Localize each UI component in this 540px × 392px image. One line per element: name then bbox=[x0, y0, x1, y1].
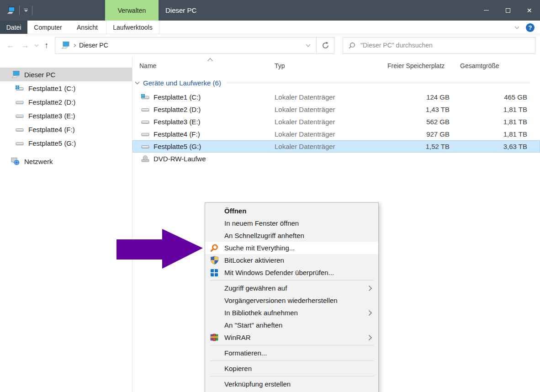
refresh-button[interactable] bbox=[316, 37, 334, 53]
sidebar-item-netzwerk[interactable]: Netzwerk bbox=[0, 154, 132, 168]
nav-buttons: ← → ↑ bbox=[0, 41, 55, 49]
group-divider bbox=[227, 83, 530, 83]
menu-item-label: BitLocker aktivieren bbox=[224, 256, 284, 264]
bitlocker-icon bbox=[210, 256, 219, 265]
table-row[interactable]: DVD-RW-Laufwe bbox=[132, 153, 540, 165]
menu-item-suche-mit-everything[interactable]: Suche mit Everything... bbox=[205, 242, 378, 254]
menu-item-label: Suche mit Everything... bbox=[224, 244, 295, 252]
sidebar-item-festplatte5-g-[interactable]: Festplatte5 (G:) bbox=[0, 136, 132, 150]
group-header[interactable]: Geräte und Laufwerke (6) bbox=[136, 77, 530, 88]
column-header-name[interactable]: Name bbox=[132, 62, 267, 73]
navigation-bar: ← → ↑ Dieser PC bbox=[0, 34, 540, 56]
menu-item-in-neuem-fenster-ffnen[interactable]: In neuem Fenster öffnen bbox=[205, 217, 378, 229]
sidebar-item-festplatte3-e-[interactable]: Festplatte3 (E:) bbox=[0, 109, 132, 122]
menu-item-formatieren[interactable]: Formatieren... bbox=[205, 347, 378, 359]
drive-icon bbox=[16, 127, 24, 132]
sidebar-item-label: Dieser PC bbox=[24, 71, 55, 79]
network-icon bbox=[11, 158, 20, 165]
pc-icon bbox=[11, 71, 20, 78]
menu-item-vorg-ngerversionen-wiederherstellen[interactable]: Vorgängerversionen wiederherstellen bbox=[205, 294, 378, 307]
column-header-typ[interactable]: Typ bbox=[267, 62, 384, 73]
column-header-gesamtgroesse[interactable]: Gesamtgröße bbox=[455, 62, 530, 73]
column-headers: Name Typ Freier Speicherplatz Gesamtgröß… bbox=[132, 57, 540, 73]
table-row[interactable]: Festplatte3 (E:)Lokaler Datenträger562 G… bbox=[132, 116, 540, 128]
menu-item-umbenennen[interactable]: Umbenennen bbox=[205, 390, 378, 392]
forward-button[interactable]: → bbox=[21, 41, 29, 49]
tab-ansicht[interactable]: Ansicht bbox=[69, 21, 106, 34]
drive-win-icon bbox=[141, 94, 149, 100]
search-input[interactable] bbox=[360, 42, 529, 49]
drive-type: Lokaler Datenträger bbox=[267, 130, 384, 138]
address-dropdown-chevron-icon[interactable] bbox=[306, 42, 311, 47]
breadcrumb-chevron-icon[interactable] bbox=[73, 43, 76, 47]
address-bar[interactable]: Dieser PC bbox=[55, 37, 334, 54]
sidebar-item-festplatte2-d-[interactable]: Festplatte2 (D:) bbox=[0, 95, 132, 109]
table-row[interactable]: Festplatte2 (D:)Lokaler Datenträger1,43 … bbox=[132, 103, 540, 116]
tab-laufwerktools[interactable]: Laufwerktools bbox=[106, 21, 159, 34]
sidebar-item-festplatte4-f-[interactable]: Festplatte4 (F:) bbox=[0, 122, 132, 136]
drive-total-size: 1,81 TB bbox=[455, 130, 530, 138]
menu-item-verkn-pfung-erstellen[interactable]: Verknüpfung erstellen bbox=[205, 378, 378, 390]
search-box[interactable] bbox=[343, 37, 535, 54]
menu-item-an-schnellzugriff-anheften[interactable]: An Schnellzugriff anheften bbox=[205, 229, 378, 242]
window-title: Dieser PC bbox=[165, 0, 196, 21]
collapse-group-chevron-icon[interactable] bbox=[135, 80, 140, 85]
up-button[interactable]: ↑ bbox=[44, 41, 48, 49]
maximize-button[interactable] bbox=[497, 0, 519, 21]
drive-total-size: 1,81 TB bbox=[455, 106, 530, 113]
menu-item-label: Mit Windows Defender überprüfen... bbox=[224, 269, 334, 276]
drive-free-space: 124 GB bbox=[384, 93, 455, 101]
minimize-button[interactable] bbox=[476, 0, 497, 21]
winrar-icon bbox=[210, 334, 219, 341]
drive-type: Lokaler Datenträger bbox=[267, 93, 384, 101]
close-button[interactable]: ✕ bbox=[519, 0, 540, 21]
group-label: Geräte und Laufwerke (6) bbox=[143, 79, 221, 87]
drive-total-size: 1,81 TB bbox=[455, 118, 530, 126]
drive-icon bbox=[141, 143, 149, 149]
drive-free-space: 927 GB bbox=[384, 130, 455, 138]
table-row[interactable]: Festplatte4 (F:)Lokaler Datenträger927 G… bbox=[132, 128, 540, 140]
menu-item-kopieren[interactable]: Kopieren bbox=[205, 362, 378, 375]
breadcrumb[interactable]: Dieser PC bbox=[55, 37, 316, 53]
sidebar-item-dieser-pc[interactable]: Dieser PC bbox=[0, 68, 132, 81]
sidebar-item-label: Festplatte1 (C:) bbox=[28, 85, 75, 92]
menu-item-ffnen[interactable]: Öffnen bbox=[205, 205, 378, 217]
column-header-freier-speicherplatz[interactable]: Freier Speicherplatz bbox=[384, 62, 455, 73]
drive-icon bbox=[141, 131, 149, 137]
recent-locations-chevron-icon[interactable] bbox=[35, 42, 38, 46]
sidebar-item-label: Festplatte5 (G:) bbox=[28, 139, 76, 147]
dvd-icon bbox=[141, 155, 149, 162]
window-controls: ✕ bbox=[476, 0, 540, 21]
drive-type: Lokaler Datenträger bbox=[267, 118, 384, 126]
tab-datei[interactable]: Datei bbox=[0, 21, 27, 34]
sidebar-item-festplatte1-c-[interactable]: Festplatte1 (C:) bbox=[0, 81, 132, 95]
maximize-icon bbox=[506, 8, 510, 13]
refresh-icon bbox=[322, 42, 329, 49]
breadcrumb-location[interactable]: Dieser PC bbox=[79, 42, 303, 49]
menu-item-label: Zugriff gewähren auf bbox=[224, 284, 287, 292]
menu-item-mit-windows-defender-berpr-fen[interactable]: Mit Windows Defender überprüfen... bbox=[205, 266, 378, 279]
menu-item-label: Formatieren... bbox=[224, 349, 267, 357]
menu-item-in-bibliothek-aufnehmen[interactable]: In Bibliothek aufnehmen bbox=[205, 307, 378, 319]
expand-ribbon-chevron-icon[interactable] bbox=[515, 25, 519, 29]
menu-item-an-start-anheften[interactable]: An "Start" anheften bbox=[205, 319, 378, 331]
drive-free-space: 1,43 TB bbox=[384, 106, 455, 113]
drive-icon bbox=[16, 99, 24, 105]
menu-separator bbox=[210, 345, 374, 345]
help-icon[interactable]: ? bbox=[526, 23, 535, 32]
menu-separator bbox=[210, 280, 374, 281]
menu-item-bitlocker-aktivieren[interactable]: BitLocker aktivieren bbox=[205, 254, 378, 266]
drive-type: Lokaler Datenträger bbox=[267, 106, 384, 113]
contextual-tab-verwalten[interactable]: Verwalten bbox=[105, 0, 159, 21]
customize-toolbar-caret-icon[interactable] bbox=[24, 9, 28, 12]
back-button[interactable]: ← bbox=[6, 41, 15, 49]
tab-computer[interactable]: Computer bbox=[27, 21, 69, 34]
menu-item-winrar[interactable]: WinRAR bbox=[205, 331, 378, 344]
drive-rows: Festplatte1 (C:)Lokaler Datenträger124 G… bbox=[132, 91, 540, 165]
drive-total-size: 465 GB bbox=[455, 93, 530, 101]
table-row[interactable]: Festplatte5 (G:)Lokaler Datenträger1,52 … bbox=[132, 140, 540, 153]
submenu-chevron-icon bbox=[366, 310, 371, 315]
menu-item-label: An Schnellzugriff anheften bbox=[224, 232, 304, 239]
table-row[interactable]: Festplatte1 (C:)Lokaler Datenträger124 G… bbox=[132, 91, 540, 103]
menu-item-zugriff-gew-hren-auf[interactable]: Zugriff gewähren auf bbox=[205, 282, 378, 294]
